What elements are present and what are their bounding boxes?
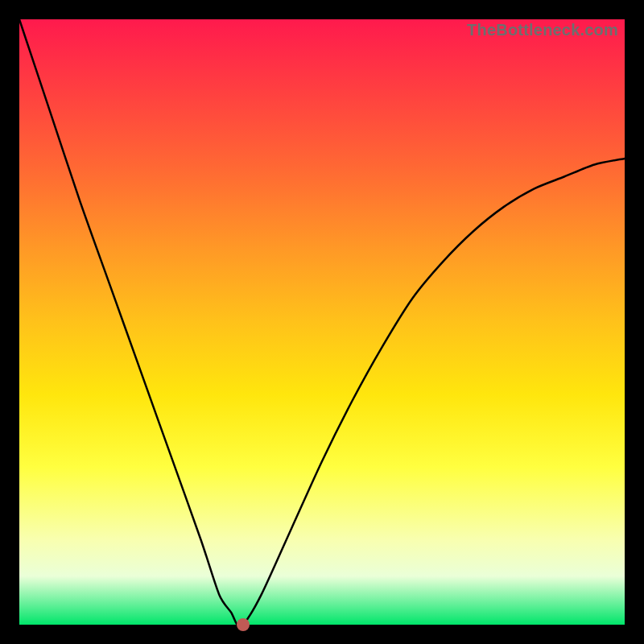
plot-area: TheBottleneck.com — [19, 19, 625, 625]
chart-frame: TheBottleneck.com — [0, 0, 644, 644]
curve-layer — [19, 19, 625, 625]
bottleneck-curve — [19, 19, 625, 627]
minimum-marker — [237, 618, 250, 631]
